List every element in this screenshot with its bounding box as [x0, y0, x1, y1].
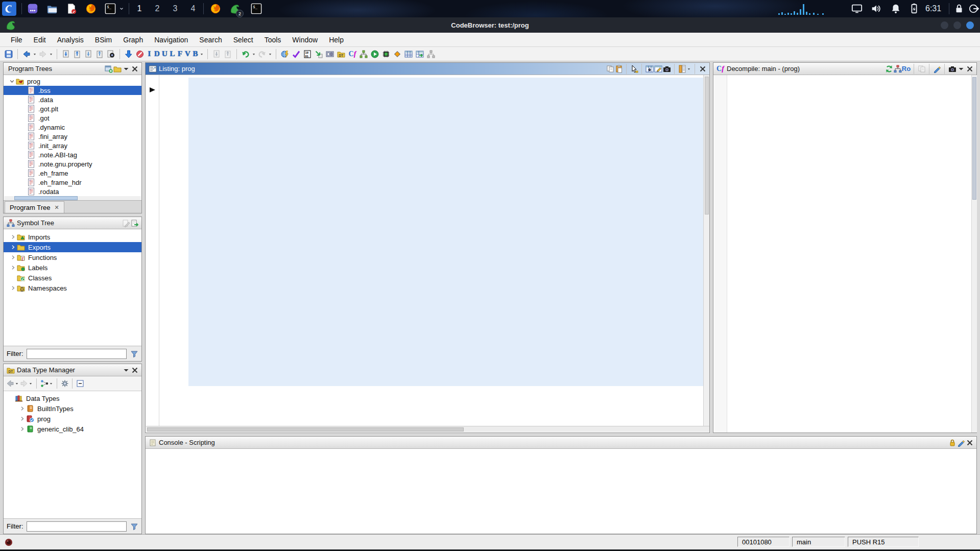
doc-export-icon[interactable]: [222, 49, 233, 60]
chevron-right-icon[interactable]: [10, 263, 16, 272]
workspace-3[interactable]: 3: [168, 0, 183, 17]
ro-icon[interactable]: Ro: [902, 64, 911, 73]
dropdown-icon[interactable]: [268, 49, 273, 60]
tree-gray-icon[interactable]: [425, 49, 437, 60]
cursor-arrow-icon[interactable]: [630, 64, 638, 73]
tree-item-prog[interactable]: prog: [4, 414, 141, 424]
program-trees-header[interactable]: Program Trees: [4, 63, 141, 75]
dropdown-icon[interactable]: [32, 49, 37, 60]
tab-close-icon[interactable]: ✕: [54, 204, 59, 211]
check-purple-icon[interactable]: [291, 49, 302, 60]
doc-import-icon[interactable]: [60, 49, 71, 60]
tree-item-.got.plt[interactable]: .got.plt: [4, 104, 141, 113]
doc-import2-icon[interactable]: [83, 49, 94, 60]
lock-gold-icon[interactable]: [948, 438, 957, 447]
tab-program-tree[interactable]: Program Tree ✕: [5, 201, 64, 213]
pencil-blue-icon[interactable]: [933, 64, 941, 73]
menu-edit[interactable]: Edit: [28, 36, 52, 44]
chevron-right-icon[interactable]: [19, 415, 26, 423]
menu-file[interactable]: File: [5, 36, 28, 44]
globe-bolt-icon[interactable]: [279, 49, 291, 60]
data-type-filter-input[interactable]: [27, 521, 127, 532]
doc-export-icon[interactable]: [71, 49, 83, 60]
toolbar-letter-U[interactable]: U: [161, 50, 169, 58]
menu-navigation[interactable]: Navigation: [149, 36, 194, 44]
symbol-tree-filter-input[interactable]: [27, 349, 127, 359]
app-grid-button[interactable]: [26, 2, 40, 16]
display-tray-button[interactable]: [850, 2, 864, 16]
collapse-all-icon[interactable]: [76, 379, 84, 388]
doc-snapshot-icon[interactable]: [105, 49, 116, 60]
folder-yellow-i-icon[interactable]: [113, 64, 122, 73]
camera-icon[interactable]: [948, 64, 957, 73]
memory-map-icon[interactable]: [324, 49, 336, 60]
chev-down-icon[interactable]: [122, 366, 130, 374]
table-view-icon[interactable]: [403, 49, 414, 60]
menu-select[interactable]: Select: [228, 36, 259, 44]
copy-icon[interactable]: [917, 64, 926, 73]
save-icon[interactable]: [3, 49, 14, 60]
menu-window[interactable]: Window: [286, 36, 323, 44]
filter-options-icon[interactable]: [130, 349, 138, 358]
snapshot-table-icon[interactable]: [645, 64, 654, 73]
refresh-green-icon[interactable]: [885, 64, 893, 73]
dropdown-icon[interactable]: [28, 379, 33, 388]
terminal-window-button[interactable]: $_: [249, 2, 264, 16]
close-icon[interactable]: [130, 64, 139, 73]
chevron-right-icon[interactable]: [19, 425, 26, 433]
window-plus-icon[interactable]: [104, 64, 113, 73]
tree-item-generic_clib_64[interactable]: generic_clib_64: [4, 424, 141, 434]
doc-import-icon[interactable]: [211, 49, 222, 60]
workspace-1[interactable]: 1: [132, 0, 147, 17]
chevron-right-icon[interactable]: [10, 284, 16, 292]
console-header[interactable]: Console - Scripting: [146, 437, 976, 449]
menu-tools[interactable]: Tools: [259, 36, 287, 44]
tree-item-.got[interactable]: .got: [4, 113, 141, 123]
firefox-window-button[interactable]: [208, 2, 223, 16]
camera-icon[interactable]: [662, 64, 671, 73]
toolbar-letter-B[interactable]: B: [192, 50, 199, 58]
menu-bsim[interactable]: BSim: [89, 36, 117, 44]
chev-down-icon[interactable]: [122, 64, 130, 73]
tree-item-functions[interactable]: fFunctions: [4, 252, 141, 262]
close-icon[interactable]: [965, 438, 974, 447]
chevron-right-icon[interactable]: [10, 243, 16, 251]
dropdown-icon[interactable]: [14, 379, 19, 388]
toolbar-letter-I[interactable]: I: [146, 50, 153, 58]
kali-menu-button[interactable]: [2, 2, 16, 16]
tree-arrows-icon[interactable]: [40, 379, 49, 388]
chevron-right-icon[interactable]: [10, 253, 16, 261]
terminal-button[interactable]: $_: [103, 2, 117, 16]
close-icon[interactable]: [698, 64, 707, 73]
toolbar-letter-L[interactable]: L: [169, 50, 176, 58]
decompile-header[interactable]: Cf Decompile: main - (prog) Ro: [713, 63, 976, 75]
dropdown-icon[interactable]: [686, 64, 691, 73]
listing-header[interactable]: Listing: prog: [146, 63, 709, 75]
tree-item-namespaces[interactable]: {}Namespaces: [4, 283, 141, 293]
nav-forward-icon[interactable]: [37, 49, 49, 60]
firefox-button[interactable]: [84, 2, 98, 16]
menu-search[interactable]: Search: [194, 36, 227, 44]
play-green-icon[interactable]: [369, 49, 380, 60]
diamond-orange-icon[interactable]: [392, 49, 403, 60]
clock[interactable]: 6:31: [925, 0, 941, 17]
tree-green-icon[interactable]: [358, 49, 369, 60]
gear-icon[interactable]: [60, 379, 69, 388]
edit-table-icon[interactable]: [654, 64, 662, 73]
program-tree-hscrollbar[interactable]: [4, 196, 141, 200]
doc-export2-icon[interactable]: [94, 49, 105, 60]
file-manager-button[interactable]: [45, 2, 59, 16]
dropdown-icon[interactable]: [49, 49, 54, 60]
tree-item-.eh_frame[interactable]: .eh_frame: [4, 169, 141, 178]
listing-display-icon[interactable]: [678, 64, 686, 73]
notifications-tray-button[interactable]: [889, 2, 903, 16]
toolbar-letter-F[interactable]: F: [176, 50, 184, 58]
binary-view-icon[interactable]: 1001: [302, 49, 313, 60]
tree-symbol-icon[interactable]: [893, 64, 902, 73]
tree-item-imports[interactable]: Imports: [4, 232, 141, 242]
tree-item-.init_array[interactable]: .init_array: [4, 141, 141, 150]
cf-decompile-icon[interactable]: Cf: [347, 49, 358, 60]
tree-item-.bss[interactable]: .bss: [4, 86, 141, 95]
decompile-content[interactable]: [714, 75, 977, 433]
paste-icon[interactable]: [614, 64, 623, 73]
